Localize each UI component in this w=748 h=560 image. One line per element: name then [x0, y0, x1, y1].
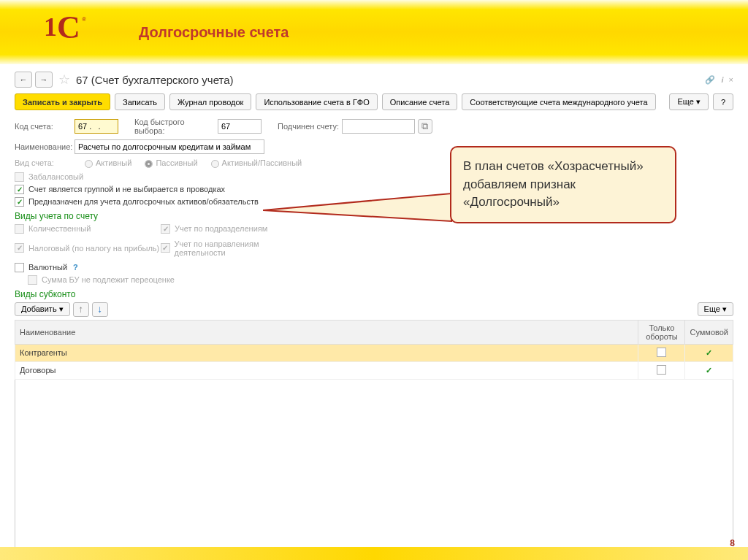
- callout-box: В план счетов «Хозрасчетный» добавляем п…: [450, 146, 676, 223]
- div-label: Учет по подразделениям: [175, 224, 267, 233]
- offbalance-checkbox[interactable]: [15, 172, 24, 182]
- table-row[interactable]: Контрагенты ✓: [15, 344, 733, 361]
- slide-banner: 1 C ® Долгосрочные счета: [0, 0, 748, 64]
- row-sum[interactable]: ✓: [685, 344, 733, 361]
- reval-checkbox: [28, 275, 37, 285]
- help-button[interactable]: ?: [713, 93, 733, 110]
- dir-label: Учет по направлениям деятельности: [175, 239, 307, 257]
- move-up-button[interactable]: ↑: [73, 302, 89, 317]
- type-label: Вид счета:: [15, 158, 72, 167]
- desc-button[interactable]: Описание счета: [382, 93, 458, 110]
- logo-tm: ®: [82, 16, 86, 23]
- code-label: Код счета:: [15, 122, 72, 131]
- footer-stripe: [0, 547, 748, 560]
- longterm-label: Предназначен для учета долгосрочных акти…: [28, 197, 259, 206]
- attach-icon[interactable]: 𝙞: [721, 75, 723, 85]
- logo-c: C: [57, 9, 80, 46]
- sub-more-button[interactable]: Еще ▾: [698, 302, 733, 316]
- table-empty-area: [15, 380, 733, 548]
- quick-label: Код быстрого выбора:: [134, 118, 215, 135]
- radio-both[interactable]: Активный/Пассивный: [211, 158, 302, 168]
- close-icon[interactable]: ×: [729, 75, 733, 85]
- parent-open-button[interactable]: ⧉: [418, 119, 432, 134]
- link-icon[interactable]: 🔗: [705, 75, 715, 85]
- reval-label: Сумма БУ не подлежит переоценке: [42, 275, 175, 284]
- journal-button[interactable]: Журнал проводок: [169, 93, 251, 110]
- row-turnover[interactable]: [638, 344, 685, 361]
- callout-arrow-icon: [263, 192, 453, 229]
- name-input[interactable]: [75, 139, 264, 154]
- col-name[interactable]: Наименование: [15, 320, 638, 344]
- row-turnover[interactable]: [638, 361, 685, 379]
- col-turnover[interactable]: Только обороты: [638, 320, 685, 344]
- tax-label: Налоговый (по налогу на прибыль): [28, 244, 159, 253]
- subkonto-title: Виды субконто: [15, 289, 733, 299]
- currency-checkbox[interactable]: [15, 263, 24, 272]
- radio-active[interactable]: Активный: [85, 158, 131, 168]
- nav-forward-button[interactable]: →: [35, 72, 53, 88]
- favorite-star-icon[interactable]: ☆: [58, 72, 70, 88]
- quick-code-input[interactable]: [218, 119, 262, 134]
- qty-checkbox: [15, 224, 24, 234]
- offbalance-label: Забалансовый: [28, 172, 83, 181]
- row-name: Контрагенты: [15, 344, 638, 361]
- parent-input[interactable]: [342, 119, 415, 134]
- group-checkbox[interactable]: [15, 185, 24, 194]
- slide-title: Долгосрочные счета: [139, 24, 289, 41]
- logo-1c: 1 C ®: [44, 15, 88, 50]
- more-button[interactable]: Еще ▾: [669, 93, 708, 110]
- svg-marker-0: [263, 193, 451, 221]
- row-sum[interactable]: ✓: [685, 361, 733, 379]
- name-label: Наименование:: [15, 142, 72, 151]
- parent-label: Подчинен счету:: [278, 122, 339, 131]
- dir-checkbox: [161, 243, 170, 253]
- intl-button[interactable]: Соответствующие счета международного уче…: [462, 93, 655, 110]
- tax-checkbox: [15, 243, 24, 253]
- code-input[interactable]: [75, 119, 118, 134]
- nav-back-button[interactable]: ←: [15, 72, 32, 88]
- col-sum[interactable]: Суммовой: [685, 320, 733, 344]
- longterm-checkbox[interactable]: [15, 197, 24, 207]
- logo-one: 1: [44, 12, 57, 42]
- more-label: Еще: [677, 97, 693, 106]
- page-title: 67 (Счет бухгалтерского учета): [76, 74, 234, 86]
- write-button[interactable]: Записать: [115, 93, 165, 110]
- add-button[interactable]: Добавить ▾: [15, 302, 70, 316]
- radio-passive[interactable]: Пассивный: [145, 158, 197, 168]
- write-close-button[interactable]: Записать и закрыть: [15, 93, 110, 110]
- table-row[interactable]: Договоры ✓: [15, 361, 733, 379]
- page-number: 8: [730, 538, 735, 548]
- currency-label: Валютный: [28, 263, 67, 272]
- qty-label: Количественный: [28, 224, 91, 233]
- usage-button[interactable]: Использование счета в ГФО: [256, 93, 377, 110]
- group-label: Счет является группой и не выбирается в …: [28, 185, 225, 193]
- div-checkbox: [161, 224, 170, 234]
- move-down-button[interactable]: ↓: [92, 302, 108, 317]
- currency-hint-icon[interactable]: ?: [73, 263, 78, 272]
- row-name: Договоры: [15, 361, 638, 379]
- subkonto-table: Наименование Только обороты Суммовой Кон…: [15, 320, 733, 380]
